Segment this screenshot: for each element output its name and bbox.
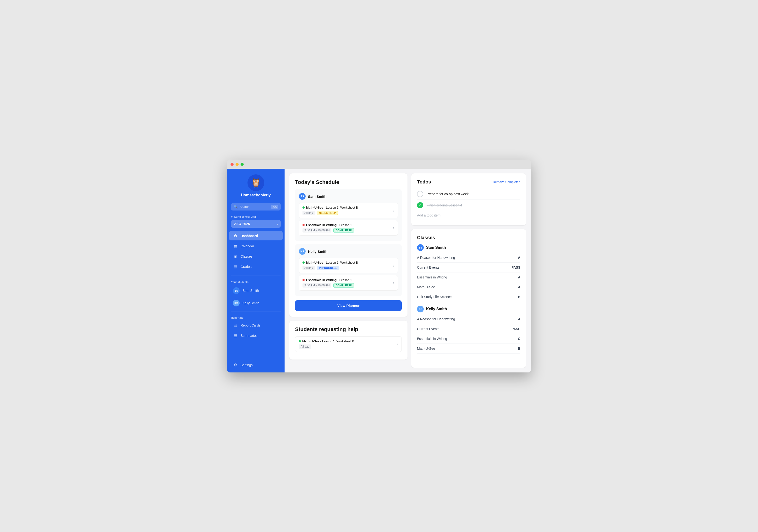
sidebar-item-calendar[interactable]: ▦ Calendar [229, 241, 283, 251]
report-cards-icon: ▤ [233, 323, 238, 328]
lesson-title: Math-U-See - Lesson 1: Worksheet B [302, 206, 358, 209]
sidebar-item-label: Grades [241, 265, 252, 268]
class-row[interactable]: Unit Study:Life Science B [417, 292, 520, 302]
students-help-title: Students requesting help [295, 326, 402, 333]
search-input[interactable]: 🔍 Search ⌘K [231, 203, 281, 210]
app-logo-icon: 🦉 [248, 174, 264, 191]
app-window: 🦉 Homeschoolerly 🔍 Search ⌘K Viewing sch… [227, 160, 531, 372]
sidebar-item-kelly-smith[interactable]: KS Kelly Smith [229, 297, 283, 309]
chevron-right-icon: › [393, 208, 394, 213]
lesson-badge: COMPLETED [333, 283, 354, 288]
class-row[interactable]: Current Events PASS [417, 324, 520, 334]
class-name: Essentials in Writing [417, 275, 447, 279]
main-nav: ⊙ Dashboard ▦ Calendar ▣ Classes ▤ Grade… [227, 229, 285, 274]
lesson-badge: IN PROGRESS [317, 266, 339, 270]
sidebar-item-summaries[interactable]: ▤ Summaries [229, 331, 283, 340]
lesson-item[interactable]: Math-U-See - Lesson 1: Worksheet B All d… [299, 203, 398, 218]
class-row[interactable]: Essentials in Writing A [417, 272, 520, 282]
class-row[interactable]: A Reason for Handwriting A [417, 253, 520, 263]
lesson-left: Math-U-See - Lesson 1: Worksheet B All d… [302, 206, 358, 215]
lesson-title: Math-U-See - Lesson 1: Worksheet B [299, 339, 354, 343]
sidebar-item-settings[interactable]: ⚙ Settings [229, 360, 283, 370]
schedule-title: Today's Schedule [295, 179, 402, 185]
chevron-right-icon: › [277, 222, 278, 226]
class-name: Current Events [417, 327, 439, 331]
schedule-panel: Today's Schedule SS Sam Smith [289, 173, 407, 368]
classes-card: Classes SS Sam Smith A Reason for Handwr… [411, 229, 526, 368]
student-header-kelly: KS Kelly Smith [299, 248, 398, 255]
lesson-meta: 9:00 AM - 10:00 AM COMPLETED [302, 283, 354, 288]
divider-2 [231, 311, 281, 311]
avatar-ks: KS [233, 300, 240, 306]
lesson-time: 9:00 AM - 10:00 AM [302, 283, 331, 288]
sidebar: 🦉 Homeschoolerly 🔍 Search ⌘K Viewing sch… [227, 169, 285, 372]
reporting-label: Reporting [227, 313, 285, 320]
todo-text-completed: Finish grading Lesson 4 [427, 203, 462, 207]
sidebar-item-label: Dashboard [241, 234, 258, 238]
close-button[interactable] [230, 163, 234, 166]
sidebar-item-report-cards[interactable]: ▤ Report Cards [229, 321, 283, 330]
lesson-left: Math-U-See - Lesson 1: Worksheet B All d… [302, 261, 358, 270]
students-help-card: Students requesting help Math-U-See - Le… [289, 321, 407, 360]
sidebar-item-sam-smith[interactable]: SS Sam Smith [229, 285, 283, 296]
maximize-button[interactable] [241, 163, 244, 166]
class-row[interactable]: Math-U-See B [417, 344, 520, 354]
lesson-time: All day [302, 211, 315, 215]
chevron-right-icon: › [393, 264, 394, 268]
todo-item-2[interactable]: ✓ Finish grading Lesson 4 [417, 200, 520, 211]
classes-student-header-sam: SS Sam Smith [417, 244, 520, 251]
sidebar-item-grades[interactable]: ▤ Grades [229, 262, 283, 271]
right-panel: Todos Remove Completed Prepare for co-op… [411, 173, 526, 368]
class-name: Current Events [417, 266, 439, 269]
avatar-kelly: KS [299, 248, 306, 255]
calendar-icon: ▦ [233, 244, 238, 248]
school-year-selector[interactable]: 2024-2025 › [231, 220, 281, 228]
remove-completed-button[interactable]: Remove Completed [493, 180, 520, 184]
class-grade: A [518, 256, 520, 260]
student-section-sam: SS Sam Smith Math-U-See - Lesson 1: Work… [295, 189, 402, 241]
sidebar-settings-label: Settings [241, 363, 253, 367]
class-row[interactable]: Current Events PASS [417, 263, 520, 272]
help-lesson-item[interactable]: Math-U-See - Lesson 1: Worksheet B All d… [295, 336, 402, 352]
dashboard-icon: ⊙ [233, 233, 238, 238]
class-row[interactable]: Math-U-See A [417, 282, 520, 292]
todo-checkbox-checked[interactable]: ✓ [417, 202, 423, 208]
avatar-kelly-classes: KS [417, 306, 424, 312]
lesson-time: All day [302, 266, 315, 270]
schedule-card: Today's Schedule SS Sam Smith [289, 173, 407, 317]
status-dot [299, 340, 301, 342]
student-name-kelly: Kelly Smith [308, 250, 327, 254]
classes-student-name-sam: Sam Smith [426, 245, 446, 250]
sidebar-item-label: Report Cards [241, 323, 260, 327]
student-name-sam: Sam Smith [308, 195, 327, 198]
school-year-label: Viewing school year [227, 212, 285, 219]
todo-checkbox-unchecked[interactable] [417, 191, 423, 197]
classes-student-header-kelly: KS Kelly Smith [417, 306, 520, 312]
main-content: Today's Schedule SS Sam Smith [285, 169, 531, 372]
todo-item-1[interactable]: Prepare for co-op next week [417, 189, 520, 200]
sidebar-item-classes[interactable]: ▣ Classes [229, 252, 283, 261]
chevron-right-icon: › [393, 226, 394, 230]
todos-card: Todos Remove Completed Prepare for co-op… [411, 173, 526, 225]
lesson-item[interactable]: Essentials in Writing - Lesson 1 9:00 AM… [299, 220, 398, 236]
todos-title: Todos [417, 179, 431, 185]
students-section-label: Your students [227, 278, 285, 284]
search-placeholder: Search [240, 205, 249, 209]
lesson-meta: 9:00 AM - 10:00 AM COMPLETED [302, 228, 354, 232]
lesson-item[interactable]: Essentials in Writing - Lesson 1 9:00 AM… [299, 275, 398, 291]
class-name: A Reason for Handwriting [417, 256, 455, 260]
status-dot [302, 224, 305, 226]
minimize-button[interactable] [235, 163, 239, 166]
todo-add-input[interactable]: Add a todo item [417, 211, 520, 220]
class-row[interactable]: Essentials in Writing C [417, 334, 520, 344]
summaries-icon: ▤ [233, 333, 238, 338]
lesson-title: Essentials in Writing - Lesson 1 [302, 223, 354, 227]
class-row[interactable]: A Reason for Handwriting A [417, 314, 520, 324]
lesson-item[interactable]: Math-U-See - Lesson 1: Worksheet B All d… [299, 258, 398, 273]
class-grade: A [518, 285, 520, 289]
sidebar-item-dashboard[interactable]: ⊙ Dashboard [229, 231, 283, 240]
sidebar-item-label: Calendar [241, 244, 254, 248]
sidebar-item-label: Classes [241, 255, 253, 258]
view-planner-button[interactable]: View Planner [295, 300, 402, 311]
lesson-left: Essentials in Writing - Lesson 1 9:00 AM… [302, 278, 354, 288]
